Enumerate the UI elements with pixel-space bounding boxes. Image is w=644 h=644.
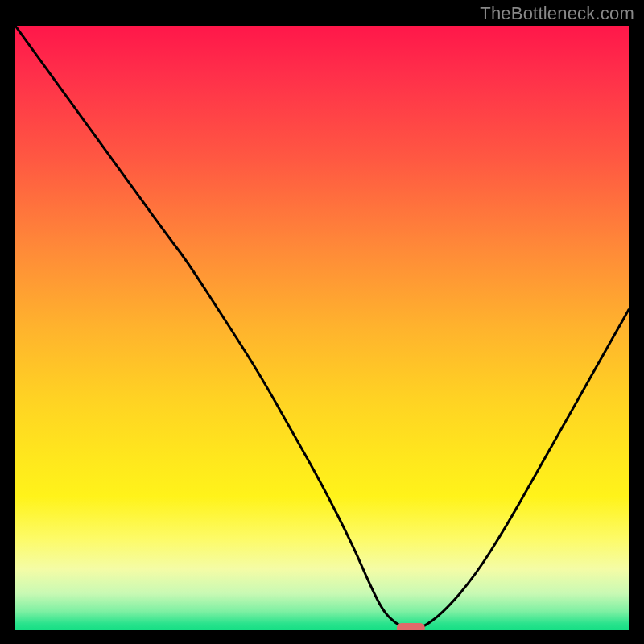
- bottleneck-curve: [15, 26, 629, 630]
- attribution-label: TheBottleneck.com: [480, 3, 634, 24]
- plot-area: [15, 26, 629, 630]
- optimal-marker: [397, 623, 424, 630]
- curve-svg: [15, 26, 629, 630]
- chart-frame: TheBottleneck.com: [0, 0, 644, 644]
